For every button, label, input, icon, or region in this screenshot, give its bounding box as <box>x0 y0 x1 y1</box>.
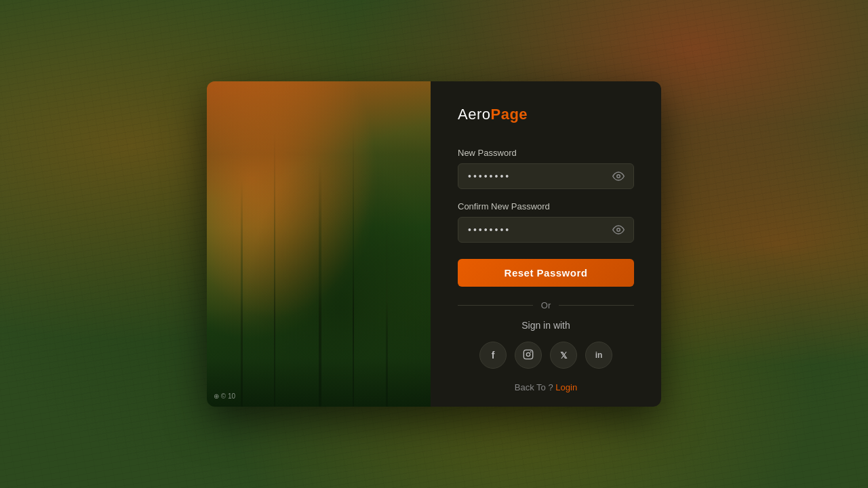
eye-icon <box>612 170 625 182</box>
new-password-input[interactable] <box>458 163 634 189</box>
new-password-toggle[interactable] <box>610 167 627 185</box>
svg-point-4 <box>530 352 531 352</box>
confirm-password-toggle[interactable] <box>610 221 627 239</box>
logo: AeroPage <box>458 106 634 123</box>
facebook-icon: f <box>492 350 495 361</box>
divider-line-left <box>458 305 533 306</box>
reset-password-button[interactable]: Reset Password <box>458 259 634 287</box>
new-password-wrapper <box>458 163 634 189</box>
svg-rect-2 <box>524 350 532 359</box>
watermark: ⊕ © 10 <box>214 392 235 400</box>
twitter-button[interactable]: 𝕏 <box>550 342 577 369</box>
logo-suffix: Page <box>490 106 528 123</box>
instagram-button[interactable] <box>515 342 542 369</box>
svg-point-3 <box>526 352 530 356</box>
divider: Or <box>458 300 634 310</box>
eye-icon-confirm <box>612 224 625 236</box>
login-link[interactable]: Login <box>555 382 577 392</box>
facebook-button[interactable]: f <box>479 342 507 369</box>
modal-container: ⊕ © 10 AeroPage New Password Confirm New <box>207 81 661 407</box>
confirm-password-label: Confirm New Password <box>458 201 634 211</box>
linkedin-button[interactable]: in <box>585 342 612 369</box>
svg-point-1 <box>617 228 620 232</box>
linkedin-icon: in <box>595 350 603 360</box>
confirm-password-group: Confirm New Password <box>458 201 634 243</box>
back-text: Back To ? <box>515 382 553 392</box>
confirm-password-wrapper <box>458 217 634 243</box>
forest-illustration <box>207 81 431 407</box>
divider-text: Or <box>541 300 551 310</box>
instagram-icon <box>523 349 534 362</box>
logo-prefix: Aero <box>458 106 490 123</box>
left-panel: ⊕ © 10 <box>207 81 431 407</box>
confirm-password-input[interactable] <box>458 217 634 243</box>
new-password-label: New Password <box>458 148 634 158</box>
divider-line-right <box>559 305 634 306</box>
sign-in-with-label: Sign in with <box>458 320 634 331</box>
social-icons: f 𝕏 in <box>458 342 634 369</box>
new-password-group: New Password <box>458 148 634 189</box>
svg-point-0 <box>617 175 620 178</box>
right-panel: AeroPage New Password Confirm New Passwo… <box>431 81 661 407</box>
back-to-login: Back To ? Login <box>458 382 634 392</box>
twitter-icon: 𝕏 <box>560 350 567 361</box>
